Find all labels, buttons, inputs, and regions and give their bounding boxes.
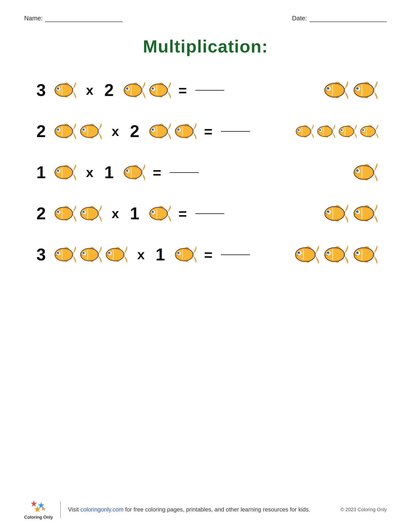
svg-point-187: [327, 252, 328, 252]
svg-point-138: [327, 211, 328, 211]
problem-5-answer-fish: [292, 243, 387, 267]
svg-point-131: [152, 211, 153, 212]
problem-2-right-number: 2: [127, 122, 142, 141]
name-line: [45, 21, 122, 22]
fish-icon: [351, 78, 379, 102]
svg-point-166: [109, 252, 109, 253]
problem-5-operator: x: [136, 247, 146, 262]
problem-1-left: 3: [34, 79, 78, 101]
fish-icon: [294, 122, 315, 141]
problem-4-right-number: 1: [127, 204, 142, 223]
problem-2-left-number: 2: [34, 122, 48, 141]
fish-icon: [78, 203, 103, 224]
date-label: Date:: [292, 15, 307, 22]
problem-row-5: 3 x 1 =: [34, 240, 387, 269]
svg-point-144: [356, 211, 358, 212]
coloring-only-logo-icon: [29, 499, 48, 515]
fish-icon: [53, 203, 77, 224]
svg-point-117: [57, 211, 58, 212]
footer-logo-label: Coloring Only: [24, 515, 53, 520]
problem-5-left-fish: [52, 244, 129, 266]
fish-icon: [53, 120, 77, 142]
fish-icon: [322, 201, 350, 226]
problem-5-right-fish: [172, 244, 198, 266]
problem-2-left-fish: [52, 120, 103, 142]
svg-point-186: [327, 252, 328, 253]
svg-point-11: [126, 87, 127, 89]
svg-point-103: [126, 170, 127, 171]
problem-1-right-fish: [121, 79, 172, 101]
footer-rest-text: for free coloring pages, printables, and…: [123, 506, 310, 513]
svg-point-151: [57, 252, 58, 253]
footer-link[interactable]: coloringonly.com: [81, 506, 123, 513]
problem-1-operator: x: [85, 83, 94, 98]
fish-icon: [78, 120, 103, 142]
svg-point-81: [341, 129, 342, 130]
svg-point-173: [178, 252, 178, 253]
problem-3-answer-fish: [350, 160, 387, 184]
fish-icon: [351, 201, 379, 226]
problem-5-equals: =: [198, 247, 250, 263]
svg-point-33: [357, 87, 357, 88]
fish-icon: [322, 78, 350, 102]
svg-point-179: [298, 252, 299, 253]
fish-icon: [78, 244, 103, 266]
fish-icon: [122, 79, 146, 101]
svg-point-40: [57, 129, 58, 129]
svg-point-18: [152, 87, 153, 89]
problem-4-left: 2: [34, 203, 103, 224]
fish-icon: [53, 244, 77, 266]
problem-4-operator: x: [111, 206, 120, 221]
problem-1-right: 2: [102, 79, 172, 101]
svg-point-4: [57, 87, 58, 89]
problem-3-left: 1: [34, 162, 78, 183]
problem-2-right-fish: [147, 120, 198, 142]
problem-1-equals: =: [172, 82, 224, 99]
date-line: [309, 21, 387, 22]
svg-point-158: [83, 252, 84, 253]
footer-divider: [60, 501, 61, 518]
name-field: Name:: [24, 15, 122, 22]
problems-container: 3: [34, 76, 387, 269]
problem-3-right: 1: [102, 162, 147, 183]
svg-point-53: [152, 129, 153, 130]
svg-point-89: [362, 129, 363, 130]
fish-icon: [53, 162, 77, 183]
header: Name: Date:: [24, 15, 387, 22]
fish-icon: [351, 160, 379, 184]
problem-3-left-fish: [52, 162, 78, 183]
problem-1-answer-fish: [321, 78, 387, 102]
svg-point-67: [298, 129, 299, 130]
page-title: Multiplication:: [24, 37, 387, 56]
svg-point-12: [126, 88, 127, 88]
problem-2-equals: =: [198, 123, 250, 140]
problem-4-left-number: 2: [34, 204, 48, 223]
svg-point-32: [356, 87, 358, 88]
svg-point-47: [83, 129, 84, 129]
fish-icon: [122, 162, 146, 183]
svg-point-109: [356, 170, 358, 171]
problem-2-left: 2: [34, 120, 103, 142]
fish-icon: [173, 120, 197, 142]
problem-5-right: 1: [153, 244, 198, 266]
svg-point-75: [319, 129, 320, 130]
problem-4-equals: =: [172, 205, 224, 222]
fish-icon: [351, 243, 379, 267]
fish-icon: [53, 79, 77, 101]
fish-icon: [292, 243, 320, 267]
svg-point-25: [327, 87, 328, 88]
svg-point-130: [152, 211, 153, 212]
footer-visit-text: Visit: [68, 506, 81, 513]
fish-icon: [148, 79, 172, 101]
fish-icon: [316, 122, 336, 141]
svg-point-95: [57, 170, 58, 171]
footer-copyright: © 2023 Coloring Only: [340, 507, 387, 513]
fish-icon: [173, 244, 197, 266]
svg-point-102: [126, 170, 127, 171]
problem-5-left-number: 3: [34, 245, 48, 264]
problem-4-right-fish: [147, 203, 172, 224]
footer-logo: Coloring Only: [24, 499, 53, 520]
problem-3-right-number: 1: [102, 163, 116, 182]
svg-point-180: [298, 252, 299, 252]
svg-point-26: [327, 87, 328, 88]
